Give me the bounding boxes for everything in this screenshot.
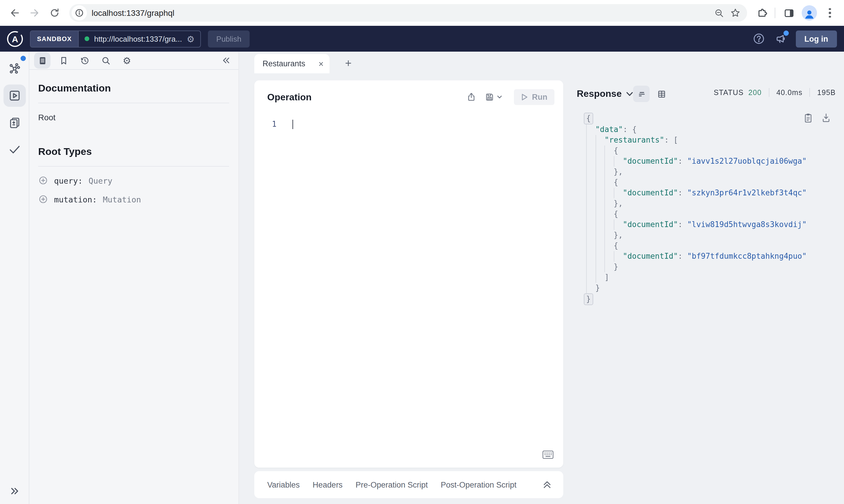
response-title: Response <box>577 89 622 99</box>
url-text[interactable]: localhost:1337/graphql <box>92 8 711 18</box>
connection-status-dot <box>85 36 89 41</box>
tab-history-icon[interactable] <box>76 52 93 69</box>
divider <box>38 166 229 167</box>
status-label: STATUS <box>713 88 744 96</box>
reload-icon[interactable] <box>45 3 65 23</box>
bookmark-star-icon[interactable] <box>727 5 744 21</box>
announcements-icon[interactable] <box>773 31 789 46</box>
download-response-icon[interactable] <box>821 113 831 123</box>
keyboard-shortcuts-icon[interactable] <box>542 450 554 460</box>
extensions-icon[interactable] <box>752 3 771 22</box>
browser-toolbar: localhost:1337/graphql <box>0 0 844 26</box>
run-button[interactable]: Run <box>514 89 555 105</box>
root-types-title: Root Types <box>38 146 229 158</box>
table-view-icon[interactable] <box>653 86 670 102</box>
tab-post-operation-script[interactable]: Post-Operation Script <box>441 480 517 489</box>
changesets-icon[interactable] <box>3 111 25 134</box>
operation-panel: Operation Run <box>254 80 563 468</box>
forward-icon[interactable] <box>25 3 45 23</box>
publish-button[interactable]: Publish <box>208 30 249 47</box>
endpoint-url[interactable]: http://localhost:1337/gra... <box>94 34 182 43</box>
operation-tab[interactable]: Restaurants × <box>254 54 329 73</box>
endpoint-settings-icon[interactable]: ⚙ <box>187 34 195 43</box>
save-icon[interactable] <box>485 92 502 102</box>
tab-variables[interactable]: Variables <box>267 480 300 489</box>
operation-editor[interactable]: 1 <box>254 120 563 129</box>
response-meta: STATUS 200 40.0ms 195B <box>713 88 836 97</box>
root-type-query[interactable]: query: Query <box>38 176 229 185</box>
share-icon[interactable] <box>466 92 476 102</box>
page: localhost:1337/graphql A SANDBO <box>0 0 844 504</box>
expand-panel-icon[interactable] <box>543 481 552 489</box>
tab-search-icon[interactable] <box>98 52 114 69</box>
line-number: 1 <box>272 120 277 129</box>
workspace: Restaurants × + Operation <box>239 52 844 504</box>
new-tab-button[interactable]: + <box>340 55 357 72</box>
close-tab-icon[interactable]: × <box>318 59 324 68</box>
address-bar[interactable]: localhost:1337/graphql <box>69 4 747 22</box>
tab-pre-operation-script[interactable]: Pre-Operation Script <box>356 480 428 489</box>
play-icon <box>521 93 528 101</box>
apollo-logo[interactable]: A <box>7 31 23 47</box>
raw-view-icon[interactable] <box>634 86 650 102</box>
zoom-out-icon[interactable] <box>711 5 727 21</box>
tab-settings-icon[interactable]: ⚙ <box>119 52 135 69</box>
plus-circle-icon[interactable] <box>38 176 48 185</box>
operation-footer: Variables Headers Pre-Operation Script P… <box>254 471 563 498</box>
help-icon[interactable] <box>751 31 766 46</box>
checks-icon[interactable] <box>3 139 25 161</box>
divider <box>38 103 229 103</box>
divider <box>775 7 775 18</box>
response-size: 195B <box>817 88 836 96</box>
response-dropdown-icon[interactable] <box>626 91 634 96</box>
sandbox-badge: SANDBOX <box>31 31 79 47</box>
docs-sidebar: ⚙ Documentation Root Root Types query: Q… <box>29 52 239 504</box>
response-json[interactable]: {"data": {"restaurants": [{"documentId":… <box>586 113 807 305</box>
side-panel-icon[interactable] <box>779 3 798 22</box>
root-type-mutation[interactable]: mutation: Mutation <box>38 194 229 204</box>
endpoint-widget[interactable]: SANDBOX http://localhost:1337/gra... ⚙ <box>30 30 201 47</box>
left-rail <box>0 52 29 504</box>
text-cursor <box>292 120 293 129</box>
browser-menu-icon[interactable] <box>821 8 839 18</box>
root-link[interactable]: Root <box>38 113 55 122</box>
rail-notification-dot <box>20 56 26 61</box>
login-button[interactable]: Log in <box>795 30 837 47</box>
save-caret-icon <box>497 95 502 99</box>
back-icon[interactable] <box>5 3 25 23</box>
tab-headers[interactable]: Headers <box>313 480 343 489</box>
docs-title: Documentation <box>38 83 229 94</box>
operations-icon[interactable] <box>3 85 25 107</box>
operation-title: Operation <box>267 92 312 102</box>
profile-avatar[interactable] <box>802 5 817 20</box>
notification-dot <box>783 31 789 36</box>
site-info-icon[interactable] <box>72 5 87 20</box>
expand-rail-icon[interactable] <box>8 485 20 497</box>
tab-bookmarks-icon[interactable] <box>55 52 72 69</box>
response-header: Response <box>577 86 670 102</box>
response-actions <box>804 113 831 123</box>
sidebar-tabs: ⚙ <box>29 52 239 70</box>
status-code: 200 <box>748 88 761 96</box>
collapse-sidebar-icon[interactable] <box>221 55 231 66</box>
tab-documentation-icon[interactable] <box>34 52 51 69</box>
plus-circle-icon[interactable] <box>38 194 48 204</box>
browser-actions <box>752 3 839 22</box>
tab-label[interactable]: Restaurants <box>262 59 315 68</box>
apollo-header: A SANDBOX http://localhost:1337/gra... ⚙… <box>0 26 844 52</box>
response-duration: 40.0ms <box>776 88 803 96</box>
